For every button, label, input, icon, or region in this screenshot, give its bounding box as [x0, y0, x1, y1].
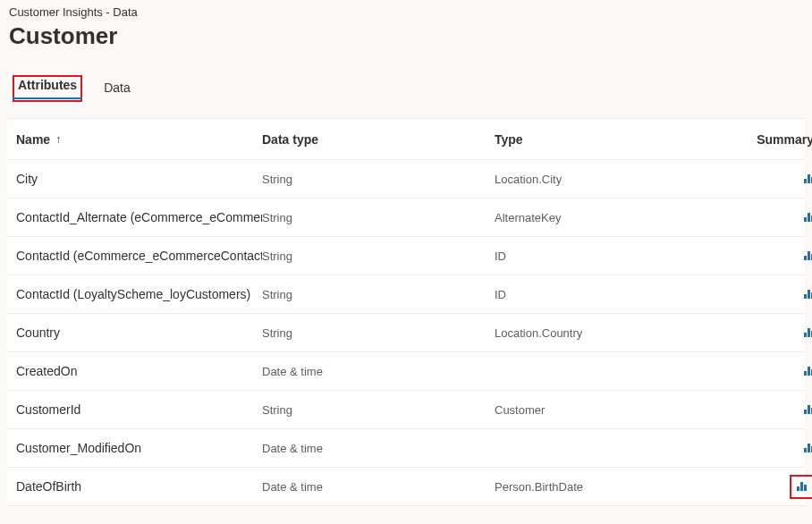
cell-type: ID	[495, 249, 740, 263]
bar-chart-icon[interactable]	[804, 211, 812, 222]
cell-name: CreatedOn	[16, 364, 262, 378]
cell-summary	[740, 442, 812, 455]
cell-name: Country	[16, 325, 262, 340]
cell-type: Location.City	[495, 173, 740, 186]
cell-type: AlternateKey	[495, 211, 740, 224]
column-header-datatype[interactable]: Data type	[262, 132, 495, 147]
cell-name: ContactId (eCommerce_eCommerceContacts)	[16, 249, 262, 263]
cell-datatype: String	[262, 326, 495, 340]
cell-name: ContactId (LoyaltyScheme_loyCustomers)	[16, 287, 262, 301]
cell-datatype: String	[262, 173, 495, 186]
cell-name: DateOfBirth	[16, 479, 262, 494]
page-title: Customer	[9, 22, 805, 50]
cell-type: Customer	[495, 403, 740, 417]
table-row[interactable]: CountryStringLocation.Country	[7, 314, 805, 352]
cell-datatype: String	[262, 288, 495, 301]
table-row[interactable]: Customer_ModifiedOnDate & time	[7, 429, 805, 468]
cell-summary	[740, 326, 812, 340]
cell-datatype: String	[262, 403, 495, 417]
table-row[interactable]: ContactId (LoyaltyScheme_loyCustomers)St…	[7, 275, 805, 314]
highlight-summary-icon	[790, 475, 812, 499]
bar-chart-icon[interactable]	[804, 288, 812, 299]
breadcrumb[interactable]: Customer Insights - Data	[9, 5, 805, 19]
bar-chart-icon[interactable]	[804, 442, 812, 452]
cell-summary	[740, 249, 812, 263]
table-row[interactable]: CityStringLocation.City	[7, 160, 805, 199]
bar-chart-icon[interactable]	[804, 249, 812, 260]
attributes-table: Name ↑ Data type Type Summary CityString…	[7, 118, 805, 506]
cell-name: City	[16, 172, 262, 186]
table-header: Name ↑ Data type Type Summary	[7, 119, 805, 160]
cell-name: Customer_ModifiedOn	[16, 441, 262, 455]
cell-type: ID	[495, 288, 740, 301]
cell-datatype: Date & time	[262, 365, 495, 378]
cell-summary	[740, 211, 812, 224]
table-row[interactable]: CreatedOnDate & time	[7, 352, 805, 391]
cell-name: ContactId_Alternate (eCommerce_eCommerce…	[16, 210, 262, 224]
column-header-summary[interactable]: Summary	[740, 132, 812, 147]
bar-chart-icon[interactable]	[797, 480, 807, 491]
tab-attributes[interactable]: Attributes	[14, 72, 80, 99]
column-header-name[interactable]: Name ↑	[16, 132, 262, 147]
bar-chart-icon[interactable]	[804, 403, 812, 414]
cell-summary	[740, 365, 812, 378]
bar-chart-icon[interactable]	[804, 365, 812, 376]
cell-summary	[740, 403, 812, 417]
cell-datatype: Date & time	[262, 480, 495, 494]
cell-type: Person.BirthDate	[495, 480, 740, 494]
sort-asc-icon: ↑	[55, 133, 61, 146]
cell-type: Location.Country	[495, 326, 740, 340]
cell-datatype: String	[262, 249, 495, 263]
table-row[interactable]: ContactId_Alternate (eCommerce_eCommerce…	[7, 199, 805, 237]
cell-summary	[740, 173, 812, 186]
highlight-attributes-tab: Attributes	[13, 75, 82, 102]
cell-summary	[740, 288, 812, 301]
table-row[interactable]: CustomerIdStringCustomer	[7, 391, 805, 429]
tab-data[interactable]: Data	[100, 75, 134, 102]
column-header-name-label: Name	[16, 132, 50, 147]
cell-summary	[740, 475, 812, 499]
table-row[interactable]: ContactId (eCommerce_eCommerceContacts)S…	[7, 237, 805, 275]
cell-datatype: String	[262, 211, 495, 224]
column-header-type[interactable]: Type	[495, 132, 740, 147]
tabs-bar: Attributes Data	[7, 75, 805, 102]
table-row[interactable]: DateOfBirthDate & timePerson.BirthDate	[7, 468, 805, 506]
bar-chart-icon[interactable]	[804, 173, 812, 183]
cell-datatype: Date & time	[262, 442, 495, 455]
cell-name: CustomerId	[16, 402, 262, 417]
bar-chart-icon[interactable]	[804, 326, 812, 337]
